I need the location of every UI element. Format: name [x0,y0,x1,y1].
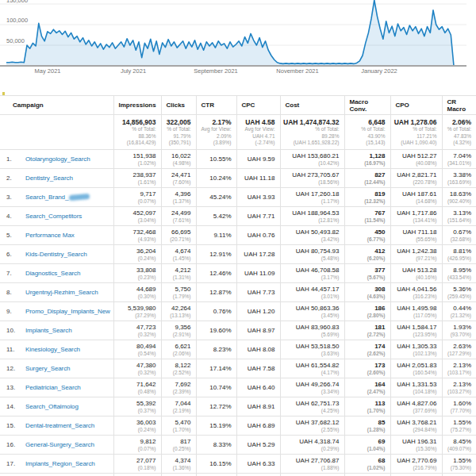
cell-percent-of-total: (14.68%) [393,198,437,205]
totals-impressions: 14,856,903% of Total:88.36%(16,814,429) [113,115,161,150]
cell-value: 164 [347,381,386,389]
cell-value: 80,494 [116,343,156,351]
cell-ctr: 10.55% [196,150,236,169]
cell-impressions: 36,003(0.24%) [113,416,161,436]
spacer [0,75,476,95]
cell-value: 450 [347,228,386,236]
campaign-link-search-brand[interactable]: Search_Brand_ [25,194,68,201]
cell-value: 113 [347,400,386,408]
cell-percent-of-total: (10.42%) [282,160,340,167]
cell-cpo: UAH 1,584.17(123.95%) [390,321,442,340]
cell-value: UAH 50,863.36 [282,305,340,313]
column-header-ctr[interactable]: CTR [196,96,236,115]
cell-ctr: 16.15% [196,455,236,474]
cell-value: 819 [347,190,386,198]
x-axis-tick-september-2021: September 2021 [194,67,237,75]
campaign-link-promo-display-implants-new[interactable]: Promo_Display_Implants_New [25,308,110,315]
campaign-link-performance-max[interactable]: Performance Max [25,232,75,239]
campaign-cell: 5.Performance Max [0,226,113,245]
campaign-link-kinesiology-search[interactable]: Kinesiology_Search [25,346,80,353]
cell-cost: UAH 49,266.74(3.34%) [280,378,344,397]
column-header-cpc[interactable]: CPC [236,96,280,115]
totals-value: UAH 1,474,874.32 [282,118,340,126]
totals-cr-macro: 2.06%% of Total:47.83%(4.32%) [442,115,476,150]
campaign-cell: 16.General-Surgery_Search [0,436,113,455]
cell-macro-conv: 827(12.44%) [344,169,390,188]
column-header-impressions[interactable]: Impressions [113,96,161,115]
cell-impressions: 452,097(3.04%) [113,207,161,226]
campaign-link-dental-treatment-search[interactable]: Dental-treatment_Search [25,422,94,429]
cell-value: 1.55% [444,457,472,465]
cell-value: 17.14% [198,365,232,373]
cell-value: 36,204 [116,248,156,255]
campaign-link-diagnostics-search[interactable]: Diagnostics_Search [25,270,80,277]
campaign-link-kids-dentistry-search[interactable]: Kids-Dentistry_Search [25,251,87,258]
column-header-campaign[interactable]: Campaign [0,96,113,115]
cell-percent-of-total: (55.65%) [393,236,437,243]
cell-value: 19.60% [198,327,232,335]
cell-cost: UAH 46,708.58(3.17%) [280,264,344,283]
cell-percent-of-total: (3.01%) [282,294,340,300]
screenshot-artifact [2,92,5,95]
cell-percent-of-total: (2.52%) [163,370,191,376]
cell-percent-of-total: (6.20%) [347,255,386,262]
campaign-link-pediatrician-search[interactable]: Pediatrician_Search [25,384,81,391]
cell-clicks: 42,264(13.13%) [161,302,196,321]
cell-percent-of-total: (1.45%) [163,255,191,262]
row-number: 1. [6,155,19,163]
cell-percent-of-total: (2.80%) [347,313,386,319]
cell-macro-conv: 173(2.60%) [344,359,390,378]
cell-percent-of-total: (7.61%) [163,217,191,224]
cell-clicks: 4,674(1.45%) [161,245,196,264]
cell-value: UAH 7.71 [239,213,275,221]
table-row: 7.Diagnostics_Search33,808(0.23%)4,212(1… [0,264,476,283]
cell-macro-conv: 174(2.62%) [344,340,390,359]
cell-value: UAH 7.73 [239,289,275,297]
cell-clicks: 66,695(20.71%) [161,226,196,245]
campaign-link-implants-search[interactable]: Implants_Search [25,327,72,334]
cell-value: 3.38% [444,171,472,179]
cell-cpc: UAH 6.40 [236,378,280,397]
cell-percent-of-total: (3.42%) [282,236,340,243]
row-number: 6. [6,251,19,258]
row-number: 4. [6,213,19,220]
campaign-cell: 7.Diagnostics_Search [0,264,113,283]
campaign-link-surgery-search[interactable]: Surgery_Search [25,365,70,372]
cell-cr-macro: 1.55%(75.30%) [442,455,476,474]
campaign-link-otolaryngology-search[interactable]: Otolaryngology_Search [25,155,90,163]
cell-cr-macro: 1.60%(77.70%) [442,397,476,416]
cell-percent-of-total: (902.40%) [444,198,472,205]
row-number: 16. [6,441,19,448]
cell-value: UAH 1,717.86 [393,209,437,217]
totals-subtext: (350,791) [163,140,191,147]
cell-cpc: UAH 7.71 [236,207,280,226]
campaign-link-urgentnyj-rezhim-search[interactable]: Urgentnyj-Rezhim_Search [25,289,98,296]
totals-subtext: % of Total: [116,126,156,133]
column-header-cr-macro[interactable]: CR Macro [442,96,476,115]
cell-cr-macro: 8.95%(433.54%) [442,264,476,283]
column-header-macro-conv[interactable]: Macro Conv. [344,96,390,115]
cell-percent-of-total: (127.29%) [444,351,472,357]
cell-value: 10.55% [198,155,232,163]
cell-cr-macro: 2.63%(127.29%) [442,340,476,359]
column-header-clicks[interactable]: Clicks [161,96,196,115]
cell-ctr: 12.87% [196,283,236,302]
campaign-link-general-surgery-search[interactable]: General-Surgery_Search [25,441,94,448]
cell-cpc: UAH 11.09 [236,264,280,283]
column-header-cpo[interactable]: CPO [390,96,442,115]
campaign-link-search-competitors[interactable]: Search_Competitors [25,213,82,220]
cell-cost: UAH 62,751.73(4.25%) [280,397,344,416]
cell-value: UAH 11.09 [239,270,275,278]
totals-row: 14,856,903% of Total:88.36%(16,814,429)3… [0,115,476,150]
cell-value: 9,812 [116,438,156,446]
campaign-link-search-oftalmolog[interactable]: Search_Oftalmolog [25,403,79,410]
campaign-link-dentistry-search[interactable]: Dentistry_Search [25,175,73,182]
campaign-link-implants-region-search[interactable]: Implants_Region_Search [25,460,95,467]
cell-value: UAH 153,680.21 [282,152,340,160]
cell-value: 2.13% [444,381,472,389]
totals-cpo: UAH 1,278.06% of Total:117.21%(UAH 1,090… [390,115,442,150]
cell-clicks: 7,692(2.39%) [161,378,196,397]
cell-cost: UAH 273,705.67(18.56%) [280,169,344,188]
column-header-cost[interactable]: Cost [280,96,344,115]
cell-percent-of-total: (37.29%) [116,313,156,319]
